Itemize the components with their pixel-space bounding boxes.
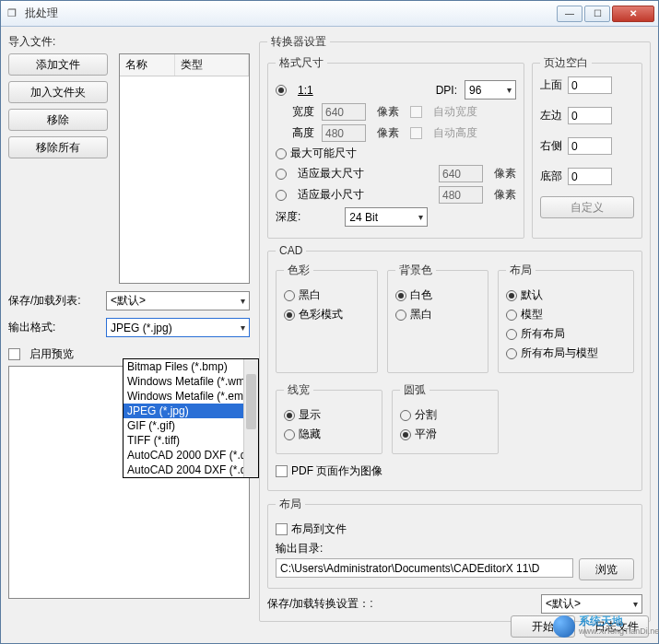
add-file-button[interactable]: 添加文件 bbox=[8, 53, 108, 76]
browse-button[interactable]: 浏览 bbox=[579, 558, 634, 580]
layout-all-model-radio[interactable] bbox=[506, 348, 517, 359]
add-folder-button[interactable]: 加入文件夹 bbox=[8, 81, 108, 103]
remove-button[interactable]: 移除 bbox=[8, 109, 108, 131]
depth-combo[interactable]: 24 Bit bbox=[345, 207, 428, 227]
converter-legend: 转换器设置 bbox=[267, 34, 330, 50]
linewidth-group: 线宽 显示 隐藏 bbox=[276, 382, 382, 454]
max-possible-radio[interactable] bbox=[276, 148, 287, 159]
auto-width-label: 自动宽度 bbox=[433, 104, 477, 120]
save-load-list-label: 保存/加载列表: bbox=[8, 293, 100, 309]
titlebar[interactable]: 批处理 bbox=[1, 1, 658, 27]
bgcolor-group: 背景色 白色 黑白 bbox=[387, 263, 489, 373]
dropdown-item[interactable]: Bitmap Files (*.bmp) bbox=[124, 359, 258, 374]
margin-bottom-input[interactable]: 0 bbox=[568, 168, 612, 185]
fit-max-radio[interactable] bbox=[276, 169, 287, 180]
remove-all-button[interactable]: 移除所有 bbox=[8, 136, 108, 158]
minimize-button[interactable] bbox=[557, 6, 583, 22]
client-area: 导入文件: 添加文件 加入文件夹 移除 移除所有 名称 类型 bbox=[1, 27, 658, 643]
arc-smooth-radio[interactable] bbox=[400, 429, 411, 440]
margins-group: 页边空白 上面 0 左边 0 右侧 0 底部 0 自定义 bbox=[532, 55, 642, 239]
margin-right-input[interactable]: 0 bbox=[568, 137, 612, 155]
fit-max-input: 640 bbox=[439, 165, 483, 182]
dropdown-item[interactable]: GIF (*.gif) bbox=[124, 418, 258, 433]
margin-top-label: 上面 bbox=[540, 77, 568, 93]
color-bw-radio[interactable] bbox=[284, 290, 295, 301]
output-format-combo[interactable]: JPEG (*.jpg) bbox=[106, 318, 250, 337]
batch-window: 批处理 导入文件: 添加文件 加入文件夹 移除 移除所有 bbox=[0, 0, 659, 644]
arc-split-radio[interactable] bbox=[400, 410, 411, 421]
margin-left-label: 左边 bbox=[540, 108, 568, 123]
output-format-dropdown[interactable]: Bitmap Files (*.bmp)Windows Metafile (*.… bbox=[123, 358, 259, 478]
auto-height-label: 自动高度 bbox=[433, 125, 477, 141]
enable-preview-checkbox[interactable] bbox=[8, 348, 20, 360]
dpi-combo[interactable]: 96 bbox=[465, 80, 516, 100]
margins-legend: 页边空白 bbox=[540, 55, 592, 71]
color-group: 色彩 黑白 色彩模式 bbox=[276, 263, 378, 373]
file-list-body[interactable] bbox=[120, 76, 249, 283]
margin-bottom-label: 底部 bbox=[540, 169, 568, 184]
right-panel: 转换器设置 格式尺寸 1:1 DPI: 96 宽度 bbox=[259, 34, 651, 599]
output-format-label: 输出格式: bbox=[8, 320, 100, 335]
height-label: 高度 bbox=[292, 125, 314, 141]
layout-output-group: 布局 布局到文件 输出目录: C:\Users\Administrator\Do… bbox=[267, 497, 642, 589]
outdir-label: 输出目录: bbox=[276, 541, 634, 556]
dropdown-item[interactable]: JPEG (*.jpg) bbox=[124, 404, 258, 418]
app-icon bbox=[5, 6, 19, 21]
dropdown-item[interactable]: AutoCAD 2000 DXF (*.dx bbox=[124, 448, 258, 463]
layout-model-radio[interactable] bbox=[506, 310, 517, 321]
depth-label: 深度: bbox=[276, 209, 300, 225]
width-label: 宽度 bbox=[292, 104, 314, 120]
format-size-group: 格式尺寸 1:1 DPI: 96 宽度 640 像素 bbox=[267, 55, 524, 239]
left-panel: 导入文件: 添加文件 加入文件夹 移除 移除所有 名称 类型 bbox=[8, 34, 250, 599]
layout-default-radio[interactable] bbox=[506, 290, 517, 301]
bg-black-radio[interactable] bbox=[395, 310, 406, 321]
layout-out-legend: 布局 bbox=[276, 497, 305, 512]
dropdown-scrollbar[interactable] bbox=[243, 359, 258, 477]
dpi-label: DPI: bbox=[436, 84, 457, 97]
save-load-settings-label: 保存/加载转换设置：: bbox=[267, 596, 373, 612]
margin-right-label: 右侧 bbox=[540, 138, 568, 154]
margin-left-input[interactable]: 0 bbox=[568, 107, 612, 124]
col-type[interactable]: 类型 bbox=[175, 54, 249, 76]
dropdown-item[interactable]: Windows Metafile (*.wm bbox=[124, 374, 258, 389]
import-label: 导入文件: bbox=[8, 34, 250, 50]
ratio-1-1-radio[interactable] bbox=[276, 85, 287, 96]
layout-all-radio[interactable] bbox=[506, 329, 517, 340]
linew-show-radio[interactable] bbox=[284, 410, 295, 421]
pdf-as-image-checkbox[interactable] bbox=[276, 465, 288, 477]
margin-top-input[interactable]: 0 bbox=[568, 76, 612, 94]
enable-preview-label: 启用预览 bbox=[29, 346, 74, 362]
linew-hide-radio[interactable] bbox=[284, 429, 295, 440]
save-load-settings-combo[interactable]: <默认> bbox=[541, 594, 642, 614]
scrollbar-thumb[interactable] bbox=[246, 374, 256, 429]
width-input: 640 bbox=[322, 103, 366, 121]
dropdown-item[interactable]: TIFF (*.tiff) bbox=[124, 433, 258, 448]
auto-width-checkbox bbox=[410, 106, 422, 118]
col-name[interactable]: 名称 bbox=[120, 54, 175, 76]
custom-margins-button: 自定义 bbox=[540, 196, 634, 218]
fit-min-radio[interactable] bbox=[276, 190, 287, 201]
watermark: 系统天地 www.XiTongTianDi.net bbox=[553, 612, 654, 641]
outdir-field[interactable]: C:\Users\Administrator\Documents\CADEdit… bbox=[276, 558, 573, 578]
auto-height-checkbox bbox=[410, 127, 422, 139]
fit-min-input: 480 bbox=[439, 186, 483, 204]
color-mode-radio[interactable] bbox=[284, 310, 295, 321]
arc-group: 圆弧 分割 平滑 bbox=[392, 382, 499, 454]
file-list-header: 名称 类型 bbox=[120, 54, 249, 76]
cad-group: CAD 色彩 黑白 色彩模式 背景色 白色 黑白 bbox=[267, 244, 642, 491]
globe-icon bbox=[553, 615, 575, 638]
ratio-1-1-label: 1:1 bbox=[298, 84, 313, 97]
layout-to-file-checkbox[interactable] bbox=[276, 523, 288, 535]
cad-legend: CAD bbox=[276, 244, 306, 257]
save-load-list-combo[interactable]: <默认> bbox=[106, 291, 250, 310]
converter-settings: 转换器设置 格式尺寸 1:1 DPI: 96 宽度 bbox=[259, 34, 651, 622]
layout-group: 布局 默认 模型 所有布局 所有布局与模型 bbox=[498, 263, 634, 373]
bg-white-radio[interactable] bbox=[395, 290, 406, 301]
window-title: 批处理 bbox=[25, 6, 557, 21]
dropdown-item[interactable]: Windows Metafile (*.em bbox=[124, 389, 258, 404]
close-button[interactable] bbox=[612, 6, 654, 22]
dropdown-item[interactable]: AutoCAD 2004 DXF (*.dx bbox=[124, 463, 258, 477]
height-input: 480 bbox=[322, 124, 366, 142]
file-list[interactable]: 名称 类型 bbox=[119, 53, 250, 284]
maximize-button[interactable] bbox=[584, 6, 610, 22]
